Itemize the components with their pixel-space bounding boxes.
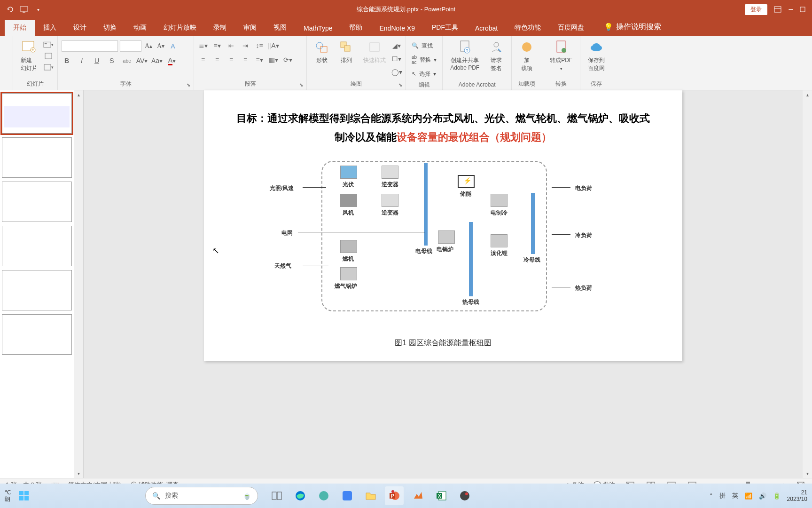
slide-thumb-3[interactable] [2,182,72,222]
tray-chevron-icon[interactable]: ˄ [710,492,713,500]
excel-icon[interactable]: X [432,486,451,505]
font-family-select[interactable] [62,40,118,52]
shadow-button[interactable]: abc [122,56,132,66]
tab-insert[interactable]: 插入 [35,20,65,36]
scroll-up-icon[interactable]: ▴ [78,92,80,97]
distribute-button[interactable]: ≡▾ [254,55,265,65]
qat-more-icon[interactable]: ▾ [34,5,42,14]
login-button[interactable]: 登录 [745,4,767,15]
shapes-button[interactable]: 形状 [311,38,333,66]
powerpoint-icon[interactable]: P [385,486,404,505]
ime-eng[interactable]: 英 [732,492,738,500]
quick-styles-button[interactable]: 快速样式 [359,38,390,66]
font-dialog-launcher[interactable]: ⬊ [185,81,192,88]
line-spacing-button[interactable]: ↕≡ [254,40,265,51]
char-spacing-button[interactable]: AV▾ [137,56,147,66]
request-sign-button[interactable]: 请求 签名 [485,38,508,74]
align-center-button[interactable]: ≡ [212,55,222,65]
taskbar-search[interactable]: 🔍 搜索 🍵 [145,487,258,505]
tab-help[interactable]: 帮助 [341,20,371,36]
matlab-icon[interactable] [408,486,427,505]
clock[interactable]: 21 2023/10 [787,489,807,503]
ribbon-display-icon[interactable] [774,6,781,13]
scroll-down-icon[interactable]: ▾ [78,471,80,476]
columns-button[interactable]: ▦▾ [268,55,279,65]
decrease-font-button[interactable]: A▾ [156,41,166,51]
tab-home[interactable]: 开始 [5,20,35,36]
smartart-button[interactable]: ⟳▾ [282,55,293,65]
italic-button[interactable]: I [77,56,87,66]
indent-inc-button[interactable]: ⇥ [240,40,250,51]
tab-pdftools[interactable]: PDF工具 [423,20,467,36]
slide-canvas-area[interactable]: 目标：通过求解模型得到综合能源系统内分布式风机、光伏、燃气轮机、燃气锅炉、吸收式… [84,90,803,478]
align-right-button[interactable]: ≡ [226,55,236,65]
edge-icon[interactable] [291,486,310,505]
arrange-button[interactable]: 排列 [335,38,358,66]
canvas-scroll-up[interactable]: ▴ [806,92,809,97]
maximize-icon[interactable] [800,7,805,12]
tab-special[interactable]: 特色功能 [506,20,549,36]
tab-baidu[interactable]: 百度网盘 [549,20,593,36]
create-share-pdf-button[interactable]: 创建并共享 Adobe PDF [446,38,483,73]
app-blue-icon[interactable] [338,486,357,505]
align-left-button[interactable]: ≡ [198,55,208,65]
tab-design[interactable]: 设计 [65,20,95,36]
start-button[interactable] [15,486,33,505]
indent-dec-button[interactable]: ⇤ [226,40,236,51]
slide-thumbnail-panel[interactable] [0,90,74,478]
shape-fill-button[interactable]: ◢▾ [391,40,402,51]
shape-outline-button[interactable]: ☐▾ [391,54,402,64]
wifi-icon[interactable]: 📶 [745,492,752,500]
battery-icon[interactable]: 🔋 [773,492,781,500]
canvas-scroll-down[interactable]: ▾ [806,471,809,476]
weather-widget[interactable]: ℃ 朗 [5,489,11,503]
paragraph-dialog-launcher[interactable]: ⬊ [298,81,304,88]
find-button[interactable]: 🔍查找 [410,40,435,52]
layout-button[interactable]: ▾ [43,40,54,50]
slide-thumb-4[interactable] [2,226,72,266]
explorer-icon[interactable] [361,486,380,505]
canvas-scrollbar[interactable]: ▴ ▾ [803,90,812,478]
bold-button[interactable]: B [62,56,72,66]
tab-animations[interactable]: 动画 [125,20,155,36]
thumb-scrollbar[interactable]: ▴ ▾ [74,90,84,478]
font-color-button[interactable]: A▾ [167,56,177,66]
undo-icon[interactable] [6,5,14,14]
app-teal-icon[interactable] [314,486,333,505]
reset-button[interactable] [43,51,54,61]
strike-button[interactable]: S [107,56,117,66]
bullets-button[interactable]: ≣▾ [198,40,208,51]
section-button[interactable]: ▾ [43,62,54,72]
tab-view[interactable]: 视图 [265,20,295,36]
underline-button[interactable]: U [92,56,102,66]
addins-button[interactable]: 加 载项 [515,38,538,74]
volume-icon[interactable]: 🔊 [759,492,766,500]
tab-endnote[interactable]: EndNote X9 [371,21,423,36]
presentation-icon[interactable] [20,5,28,14]
tell-me-search[interactable]: 💡 操作说明搜索 [597,18,668,36]
to-pdf-button[interactable]: 转成PDF ▾ [546,38,576,73]
slide-thumb-5[interactable] [2,270,72,310]
change-case-button[interactable]: Aa▾ [152,56,162,66]
tab-transitions[interactable]: 切换 [95,20,125,36]
slide-thumb-2[interactable] [2,137,72,178]
tab-review[interactable]: 审阅 [235,20,265,36]
tab-mathtype[interactable]: MathType [295,21,341,36]
new-slide-button[interactable]: 新建 幻灯片 [17,38,41,74]
minimize-icon[interactable]: − [788,5,793,15]
task-view-icon[interactable] [267,486,286,505]
font-size-select[interactable] [120,40,141,52]
app-record-icon[interactable] [455,486,474,505]
clear-format-button[interactable]: A [168,41,178,51]
increase-font-button[interactable]: A▴ [143,41,154,51]
tab-acrobat[interactable]: Acrobat [467,21,506,36]
ime-pinyin[interactable]: 拼 [719,492,726,500]
tab-record[interactable]: 录制 [205,20,235,36]
drawing-dialog-launcher[interactable]: ⬊ [397,81,404,88]
tab-slideshow[interactable]: 幻灯片放映 [155,20,205,36]
shape-effects-button[interactable]: ◯▾ [391,67,402,77]
replace-button[interactable]: abac替换▾ [410,54,438,66]
save-baidu-button[interactable]: 保存到 百度网 [584,38,609,74]
select-button[interactable]: ↖选择▾ [410,68,438,80]
slide-thumb-1[interactable] [2,93,72,134]
